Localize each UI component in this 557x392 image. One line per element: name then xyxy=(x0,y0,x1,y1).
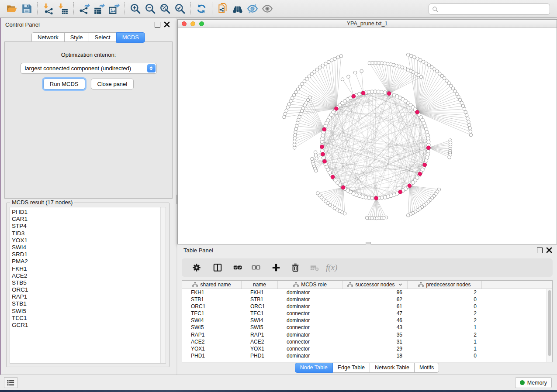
show-columns-button[interactable] xyxy=(210,260,225,275)
mcds-result-item[interactable]: TID3 xyxy=(12,230,166,237)
export-image-button[interactable] xyxy=(107,2,121,16)
column-header-successor-nodes[interactable]: successor nodes xyxy=(343,281,408,289)
mcds-result-list[interactable]: PHD1CAR1STP4TID3YOX1SWI4SRD1PMA2FKH1ACE2… xyxy=(10,207,166,364)
hide-selected-button[interactable] xyxy=(245,2,260,16)
close-panel-icon[interactable] xyxy=(164,21,170,28)
table-row[interactable]: SWI4SWI4dominator462 xyxy=(182,317,552,324)
network-graph xyxy=(178,28,557,244)
table-cell: TEC1 xyxy=(182,310,242,317)
table-cell: FKH1 xyxy=(242,289,278,296)
table-row[interactable]: ORC1ORC1dominator610 xyxy=(182,303,552,310)
float-panel-icon[interactable] xyxy=(155,22,160,28)
table-cell: ACE2 xyxy=(242,338,278,345)
table-cell: dominator xyxy=(278,296,343,303)
table-row[interactable]: RAP1RAP1dominator352 xyxy=(182,331,552,338)
mcds-list-scrollbar[interactable] xyxy=(160,207,166,363)
network-canvas[interactable] xyxy=(178,28,557,244)
select-all-rows-button[interactable] xyxy=(230,260,246,275)
zoom-in-button[interactable] xyxy=(128,2,143,16)
mcds-result-item[interactable]: FKH1 xyxy=(12,265,166,272)
zoom-fit-button[interactable] xyxy=(158,2,173,16)
table-cell: dominator xyxy=(278,352,343,359)
table-options-button[interactable] xyxy=(189,260,204,275)
float-table-panel-icon[interactable] xyxy=(537,248,543,253)
table-scrollbar-thumb[interactable] xyxy=(548,290,551,356)
zoom-out-button[interactable] xyxy=(143,2,158,16)
mcds-result-item[interactable]: STP4 xyxy=(12,223,166,230)
show-all-button[interactable] xyxy=(260,2,275,16)
table-row[interactable]: YOX1YOX1connector291 xyxy=(182,345,552,352)
table-cell: RAP1 xyxy=(242,331,278,338)
mcds-result-item[interactable]: SWI5 xyxy=(12,308,166,315)
hierarchy-icon xyxy=(418,282,424,287)
mcds-result-item[interactable]: STB1 xyxy=(12,300,166,307)
deselect-all-rows-button[interactable] xyxy=(248,260,264,275)
find-neighbors-button[interactable] xyxy=(230,2,245,16)
delete-columns-button[interactable] xyxy=(287,260,303,275)
criterion-dropdown[interactable]: largest connected component (undirected) xyxy=(21,63,157,74)
mcds-result-item[interactable]: TEC1 xyxy=(12,315,166,322)
mcds-result-item[interactable]: GCR1 xyxy=(12,322,166,329)
table-cell: 62 xyxy=(343,296,408,303)
table-row[interactable]: ACE2ACE2connector311 xyxy=(182,338,552,345)
table-cell: SWI5 xyxy=(182,324,242,331)
tab-motifs[interactable]: Motifs xyxy=(414,363,439,373)
table-row[interactable]: TEC1TEC1connector472 xyxy=(182,310,552,317)
table-row[interactable]: STB1STB1dominator620 xyxy=(182,296,552,303)
mcds-tab-content: Optimization criterion: largest connecte… xyxy=(4,41,173,199)
window-minimize-icon[interactable] xyxy=(190,21,195,26)
table-row[interactable]: SWI5SWI5connector431 xyxy=(182,324,552,331)
table-cell: STB1 xyxy=(182,296,242,303)
run-mcds-button[interactable]: Run MCDS xyxy=(43,79,85,89)
mcds-result-item[interactable]: CAR1 xyxy=(12,216,166,223)
table-row[interactable]: FKH1FKH1dominator962 xyxy=(182,289,552,296)
mcds-result-item[interactable]: PHD1 xyxy=(12,209,166,216)
mcds-result-item[interactable]: STB5 xyxy=(12,279,166,286)
import-network-icon xyxy=(42,3,54,14)
window-close-icon[interactable] xyxy=(182,21,187,26)
table-scrollbar[interactable] xyxy=(547,289,552,362)
table-cell xyxy=(482,345,552,352)
network-window-titlebar[interactable]: YPA_prune.txt_1 xyxy=(178,20,557,28)
open-button[interactable] xyxy=(4,2,19,16)
table-cell: 31 xyxy=(343,338,408,345)
mcds-result-item[interactable]: ORC1 xyxy=(12,286,166,293)
memory-button[interactable]: Memory xyxy=(515,377,552,388)
tab-network-table[interactable]: Network Table xyxy=(370,363,415,373)
table-cell: 0 xyxy=(408,352,482,359)
mcds-result-item[interactable]: PMA2 xyxy=(12,258,166,265)
search-input[interactable] xyxy=(439,5,550,14)
table-cell: SWI5 xyxy=(242,324,278,331)
clone-network-button[interactable] xyxy=(215,2,230,16)
import-network-button[interactable] xyxy=(41,2,55,16)
mcds-result-item[interactable]: SWI4 xyxy=(12,244,166,251)
tab-node-table[interactable]: Node Table xyxy=(295,363,333,373)
mcds-result-item[interactable]: YOX1 xyxy=(12,237,166,244)
export-network-button[interactable] xyxy=(77,2,92,16)
node-table: shared name name MCDS role successor nod… xyxy=(182,280,553,362)
table-cell: dominator xyxy=(278,331,343,338)
column-header-predecessor-nodes[interactable]: predecessor nodes xyxy=(408,281,482,289)
import-table-button[interactable] xyxy=(55,2,70,16)
refresh-layout-button[interactable] xyxy=(194,2,209,16)
delete-table-button xyxy=(307,260,322,275)
mcds-result-item[interactable]: RAP1 xyxy=(12,293,166,300)
column-header-name[interactable]: name xyxy=(242,281,278,289)
zoom-selected-button[interactable] xyxy=(173,2,187,16)
mcds-result-item[interactable]: SRD1 xyxy=(12,251,166,258)
table-row[interactable]: PHD1PHD1dominator180 xyxy=(182,352,552,359)
tab-mcds[interactable]: MCDS xyxy=(116,32,145,43)
add-column-button[interactable] xyxy=(268,260,284,275)
tab-edge-table[interactable]: Edge Table xyxy=(332,363,370,373)
table-cell: YOX1 xyxy=(242,345,278,352)
close-panel-button[interactable]: Close panel xyxy=(91,79,134,89)
column-header-mcds-role[interactable]: MCDS role xyxy=(278,281,343,289)
export-table-button[interactable] xyxy=(92,2,107,16)
close-table-panel-icon[interactable] xyxy=(546,247,552,253)
window-zoom-icon[interactable] xyxy=(199,21,204,26)
column-header-shared-name[interactable]: shared name xyxy=(182,281,242,289)
save-button[interactable] xyxy=(19,2,34,16)
hierarchy-icon xyxy=(192,282,198,287)
mcds-result-item[interactable]: ACE2 xyxy=(12,272,166,279)
task-history-button[interactable] xyxy=(4,377,17,388)
